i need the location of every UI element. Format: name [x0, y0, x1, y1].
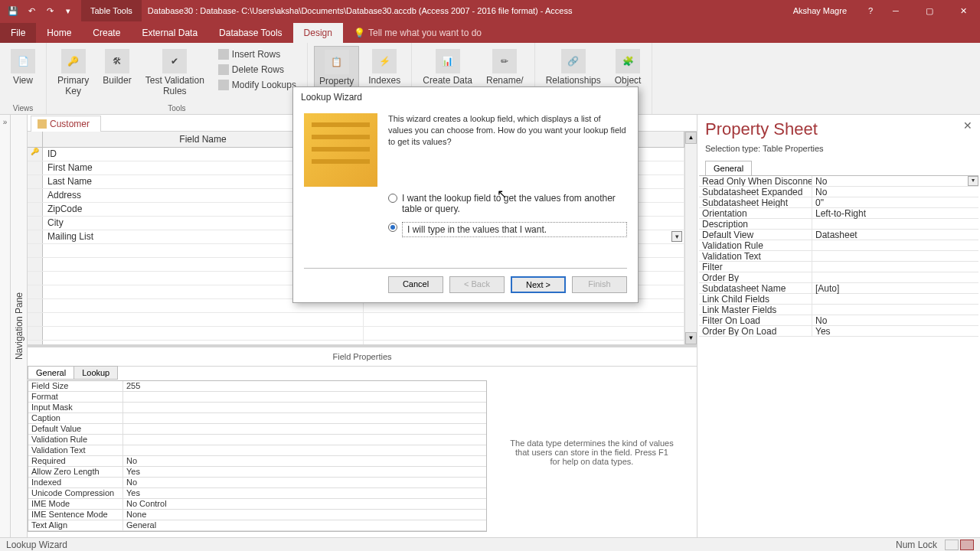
- property-row[interactable]: Validation Text: [28, 445, 486, 456]
- selection-type: Selection type: Table Properties: [697, 144, 980, 153]
- qat-customize-icon[interactable]: ▾: [60, 2, 77, 19]
- validation-icon: ✔: [162, 49, 187, 73]
- property-row[interactable]: Subdatasheet Height0": [699, 197, 978, 208]
- ps-tab-general[interactable]: General: [705, 161, 752, 175]
- property-row[interactable]: Description: [699, 219, 978, 230]
- tab-design[interactable]: Design: [293, 23, 343, 43]
- tab-database-tools[interactable]: Database Tools: [208, 23, 293, 43]
- row-selector[interactable]: [28, 203, 43, 216]
- property-row[interactable]: Validation Rule: [699, 240, 978, 251]
- row-selector[interactable]: [28, 217, 43, 230]
- property-row[interactable]: Caption: [28, 413, 486, 424]
- delete-rows-button[interactable]: Delete Rows: [215, 63, 299, 77]
- finish-button[interactable]: Finish: [572, 276, 627, 293]
- object-icon: 🧩: [616, 49, 640, 73]
- modify-lookups-button[interactable]: Modify Lookups: [215, 78, 299, 92]
- property-row[interactable]: Field Size255: [28, 381, 486, 392]
- vertical-scrollbar[interactable]: ▲ ▼: [684, 132, 697, 344]
- property-row[interactable]: Subdatasheet ExpandedNo: [699, 187, 978, 197]
- property-row[interactable]: Link Master Fields: [699, 305, 978, 315]
- row-selector[interactable]: [28, 175, 43, 188]
- maximize-button[interactable]: ▢: [913, 0, 946, 21]
- property-row[interactable]: RequiredNo: [28, 456, 486, 467]
- shutter-bar-collapse[interactable]: »: [0, 115, 11, 537]
- table-row[interactable]: [28, 327, 684, 341]
- row-selector[interactable]: [28, 189, 43, 202]
- row-selector[interactable]: 🔑: [28, 148, 43, 161]
- builder-button[interactable]: 🛠Builder: [98, 46, 136, 89]
- property-row[interactable]: IME Sentence ModeNone: [28, 510, 486, 520]
- table-row[interactable]: [28, 341, 684, 344]
- table-row[interactable]: [28, 313, 684, 327]
- quick-access-toolbar: 💾 ↶ ↷ ▾: [0, 0, 81, 21]
- tab-file[interactable]: File: [0, 23, 36, 43]
- back-button[interactable]: < Back: [449, 276, 505, 293]
- insert-row-icon: [218, 49, 229, 60]
- tab-create[interactable]: Create: [82, 23, 131, 43]
- property-row[interactable]: IndexedNo: [28, 478, 486, 488]
- tell-me-search[interactable]: 💡Tell me what you want to do: [343, 23, 980, 43]
- scroll-down-icon[interactable]: ▼: [685, 332, 697, 344]
- property-row[interactable]: Default Value: [28, 424, 486, 435]
- insert-rows-button[interactable]: Insert Rows: [215, 47, 299, 61]
- row-selector[interactable]: [28, 161, 43, 174]
- property-row[interactable]: IME ModeNo Control: [28, 499, 486, 510]
- primary-key-button[interactable]: 🔑Primary Key: [53, 46, 93, 100]
- relationships-button[interactable]: 🔗Relationships: [541, 46, 606, 89]
- scroll-up-icon[interactable]: ▲: [685, 132, 697, 144]
- design-view-icon[interactable]: [960, 540, 974, 550]
- navigation-pane[interactable]: Navigation Pane: [11, 115, 28, 537]
- property-row[interactable]: OrientationLeft-to-Right: [699, 208, 978, 219]
- property-row[interactable]: Default ViewDatasheet: [699, 230, 978, 240]
- field-properties-pane: General Lookup Field Size255FormatInput …: [28, 366, 697, 537]
- property-sheet-close-icon[interactable]: ✕: [963, 119, 972, 132]
- rename-button[interactable]: ✏Rename/: [482, 46, 528, 89]
- property-row[interactable]: Filter On LoadNo: [699, 315, 978, 326]
- rename-icon: ✏: [492, 49, 517, 73]
- create-data-button[interactable]: 📊Create Data: [418, 46, 477, 89]
- property-row[interactable]: Validation Rule: [28, 435, 486, 445]
- property-row[interactable]: Validation Text: [699, 251, 978, 262]
- window-controls: ─ ▢ ✕: [879, 0, 980, 21]
- row-selector[interactable]: [28, 230, 43, 243]
- property-row[interactable]: Format: [28, 392, 486, 403]
- fp-tab-general[interactable]: General: [28, 366, 74, 380]
- minimize-button[interactable]: ─: [879, 0, 913, 21]
- property-row[interactable]: Allow Zero LengthYes: [28, 467, 486, 478]
- builder-icon: 🛠: [105, 49, 129, 73]
- delete-row-icon: [218, 64, 229, 75]
- property-row[interactable]: Order By: [699, 272, 978, 283]
- property-row[interactable]: Input Mask: [28, 403, 486, 413]
- redo-icon[interactable]: ↷: [41, 2, 58, 19]
- tab-external-data[interactable]: External Data: [131, 23, 208, 43]
- close-button[interactable]: ✕: [946, 0, 980, 21]
- tab-home[interactable]: Home: [36, 23, 82, 43]
- property-row[interactable]: Subdatasheet Name[Auto]: [699, 283, 978, 294]
- datasheet-view-icon[interactable]: [945, 540, 959, 550]
- property-row[interactable]: Order By On LoadYes: [699, 326, 978, 337]
- next-button[interactable]: Next >: [511, 276, 566, 293]
- fp-tab-lookup[interactable]: Lookup: [74, 366, 118, 380]
- property-row[interactable]: Text AlignGeneral: [28, 520, 486, 531]
- key-icon: 🔑: [61, 49, 86, 73]
- option-type-values[interactable]: I will type in the values that I want.: [388, 222, 627, 237]
- option-from-table[interactable]: I want the lookup field to get the value…: [388, 193, 627, 214]
- indexes-button[interactable]: ⚡Indexes: [364, 46, 405, 89]
- undo-icon[interactable]: ↶: [23, 2, 40, 19]
- radio-checked-icon[interactable]: [388, 223, 397, 232]
- help-icon[interactable]: ?: [862, 2, 879, 19]
- property-row[interactable]: Filter: [699, 262, 978, 272]
- cancel-button[interactable]: Cancel: [388, 276, 443, 293]
- chevron-down-icon[interactable]: ▾: [671, 231, 682, 242]
- view-button[interactable]: 📄View: [6, 46, 40, 89]
- chevron-down-icon[interactable]: ▾: [968, 176, 978, 186]
- radio-unchecked-icon[interactable]: [388, 194, 397, 203]
- save-icon[interactable]: 💾: [5, 2, 21, 19]
- property-row[interactable]: Link Child Fields: [699, 294, 978, 305]
- doc-tab-customer[interactable]: Customer: [31, 116, 101, 132]
- property-row[interactable]: Read Only When DisconnectNo▾: [699, 176, 978, 187]
- object-button[interactable]: 🧩Object: [610, 46, 646, 89]
- test-validation-button[interactable]: ✔Test Validation Rules: [141, 46, 209, 100]
- lookup-wizard-dialog: Lookup Wizard This wizard creates a look…: [292, 86, 639, 303]
- property-row[interactable]: Unicode CompressionYes: [28, 488, 486, 499]
